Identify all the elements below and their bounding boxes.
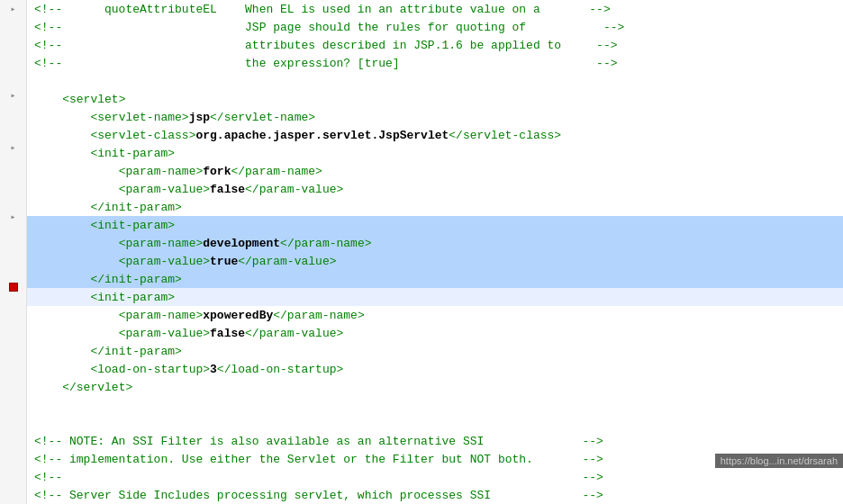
indent — [34, 273, 90, 286]
bold-token: jsp — [189, 111, 210, 124]
tag-token: </servlet-class> — [449, 129, 561, 142]
tag-token: </param-value> — [245, 183, 343, 196]
gutter-line-1: ▸ — [0, 0, 26, 17]
tag-token: </servlet-name> — [210, 111, 315, 124]
gutter-line-24 — [0, 400, 26, 417]
tag-token: </param-name> — [273, 309, 364, 322]
code-line: <param-name>development</param-name> — [27, 234, 843, 252]
comment-token: <!-- attributes described in JSP.1.6 be … — [34, 39, 618, 52]
gutter-line-11 — [0, 174, 26, 191]
gutter-line-18 — [0, 295, 26, 312]
indent — [34, 93, 62, 106]
code-line: <servlet> — [27, 90, 843, 108]
comment-token: <!-- implementation. Use either the Serv… — [34, 453, 603, 466]
gutter-line-3 — [0, 35, 26, 52]
gutter-line-13: ▸ — [0, 209, 26, 226]
breakpoint-marker[interactable] — [9, 283, 18, 292]
indent — [34, 309, 119, 322]
bold-token: fork — [203, 165, 231, 178]
indent — [34, 291, 90, 304]
code-line: <!-- JSP page should the rules for quoti… — [27, 18, 843, 36]
tag-token: </param-name> — [280, 237, 371, 250]
tag-token: <param-value> — [119, 327, 210, 340]
indent — [34, 165, 119, 178]
code-line: <param-value>false</param-value> — [27, 180, 843, 198]
url-overlay: https://blog...in.net/drsarah — [715, 454, 843, 468]
code-line: <init-param> — [27, 216, 843, 234]
comment-token: <!-- NOTE: An SSI Filter is also availab… — [34, 435, 603, 448]
gutter-line-5 — [0, 69, 26, 86]
gutter-line-7 — [0, 104, 26, 122]
tag-token: </init-param> — [90, 201, 181, 214]
indent — [34, 201, 90, 214]
tag-token: </init-param> — [90, 345, 181, 358]
fold-arrow[interactable]: ▸ — [10, 4, 15, 14]
tag-token: <param-value> — [119, 255, 210, 268]
gutter-line-6: ▸ — [0, 87, 26, 104]
tag-token: </param-value> — [245, 327, 343, 340]
code-line: <!-- the expression? [true] --> — [27, 54, 843, 72]
code-line: <param-name>fork</param-name> — [27, 162, 843, 180]
bold-token: 3 — [210, 363, 217, 376]
tag-token: <servlet> — [62, 93, 125, 106]
indent — [34, 363, 90, 376]
indent — [34, 183, 119, 196]
gutter-line-12 — [0, 191, 26, 208]
code-line — [27, 414, 843, 432]
bold-token: development — [203, 237, 280, 250]
gutter-line-21 — [0, 347, 26, 364]
comment-token: <!-- --> — [34, 471, 603, 484]
tag-token: </servlet> — [62, 381, 132, 394]
gutter-line-8 — [0, 122, 26, 139]
line-gutter: ▸▸▸▸ — [0, 0, 27, 504]
tag-token: <param-value> — [119, 183, 210, 196]
gutter-line-26 — [0, 435, 26, 452]
tag-token: </init-param> — [90, 273, 181, 286]
gutter-line-28 — [0, 469, 26, 486]
fold-arrow[interactable]: ▸ — [10, 142, 15, 153]
tag-token: </load-on-startup> — [217, 363, 343, 376]
bold-token: false — [210, 183, 245, 196]
code-line: <!-- quoteAttributeEL When EL is used in… — [27, 0, 843, 18]
gutter-line-4 — [0, 52, 26, 69]
code-line: <init-param> — [27, 288, 843, 306]
gutter-line-20 — [0, 330, 26, 347]
bold-token: org.apache.jasper.servlet.JspServlet — [195, 129, 449, 142]
gutter-line-14 — [0, 226, 26, 243]
tag-token: <init-param> — [90, 219, 175, 232]
tag-token: <param-name> — [119, 165, 204, 178]
code-line: <!-- NOTE: An SSI Filter is also availab… — [27, 432, 843, 450]
gutter-line-9: ▸ — [0, 140, 26, 157]
fold-arrow[interactable]: ▸ — [10, 90, 15, 101]
gutter-line-15 — [0, 243, 26, 260]
bold-token: xpoweredBy — [203, 309, 273, 322]
code-line: <load-on-startup>3</load-on-startup> — [27, 360, 843, 378]
comment-token: <!-- quoteAttributeEL When EL is used in… — [34, 3, 611, 16]
fold-arrow[interactable]: ▸ — [10, 212, 15, 222]
code-line: <!-- attributes described in JSP.1.6 be … — [27, 36, 843, 54]
code-line: </servlet> — [27, 378, 843, 396]
code-line: <param-name>xpoweredBy</param-name> — [27, 306, 843, 324]
indent — [34, 255, 119, 268]
tag-token: <param-name> — [119, 237, 204, 250]
gutter-line-23 — [0, 382, 26, 400]
code-line: <param-value>false</param-value> — [27, 324, 843, 342]
code-line — [27, 72, 843, 90]
code-line: </init-param> — [27, 270, 843, 288]
indent — [34, 381, 62, 394]
indent — [34, 147, 90, 160]
comment-token: <!-- Server Side Includes processing ser… — [34, 489, 603, 502]
code-content[interactable]: <!-- quoteAttributeEL When EL is used in… — [27, 0, 843, 504]
code-line: </init-param> — [27, 198, 843, 216]
indent — [34, 327, 119, 340]
tag-token: </param-value> — [238, 255, 336, 268]
tag-token: <servlet-class> — [90, 129, 195, 142]
gutter-line-22 — [0, 365, 26, 382]
code-line: <servlet-class>org.apache.jasper.servlet… — [27, 126, 843, 144]
code-editor: ▸▸▸▸ <!-- quoteAttributeEL When EL is us… — [0, 0, 843, 504]
tag-token: <servlet-name> — [90, 111, 188, 124]
gutter-line-17 — [0, 278, 26, 295]
indent — [34, 219, 90, 232]
gutter-line-27 — [0, 452, 26, 469]
code-line: <init-param> — [27, 144, 843, 162]
